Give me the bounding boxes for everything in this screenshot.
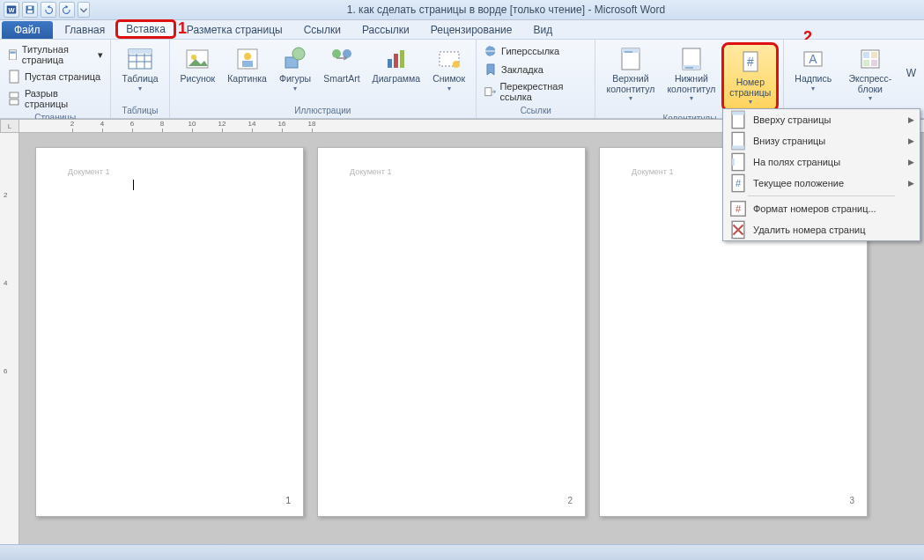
smartart-button[interactable]: SmartArt — [317, 42, 366, 93]
tab-mailings[interactable]: Рассылки — [351, 20, 420, 39]
group-header-footer: Верхний колонтитул ▾ Нижний колонтитул ▾… — [595, 40, 784, 118]
label: Таблица — [122, 74, 158, 85]
page-top-icon — [728, 113, 748, 127]
arrow-right-icon: ▶ — [908, 115, 914, 124]
svg-point-19 — [332, 49, 341, 58]
screenshot-button[interactable]: Снимок ▾ — [426, 42, 471, 93]
chart-button[interactable]: Диаграмма — [366, 42, 427, 93]
shapes-button[interactable]: Фигуры ▾ — [273, 42, 317, 93]
label: Номер страницы — [729, 77, 771, 98]
ribbon-tabs: Файл Главная Вставка Разметка страницы С… — [0, 20, 924, 40]
shapes-icon — [281, 45, 309, 73]
tab-file[interactable]: Файл — [2, 21, 53, 39]
label: Пустая страница — [25, 71, 100, 82]
group-label: Таблицы — [115, 104, 164, 118]
save-icon[interactable] — [22, 2, 38, 18]
chevron-down-icon: ▾ — [98, 49, 103, 61]
word-app-icon[interactable]: W — [4, 2, 19, 18]
cover-page-button[interactable]: Титульная страница▾ — [4, 42, 106, 67]
page-number-button[interactable]: # Номер страницы ▾ — [721, 42, 779, 112]
menu-page-margins[interactable]: На полях страницы ▶ — [723, 151, 920, 173]
table-button[interactable]: Таблица ▾ — [115, 42, 164, 93]
tab-references[interactable]: Ссылки — [293, 20, 351, 39]
footer-icon — [677, 45, 706, 73]
svg-rect-39 — [863, 60, 869, 66]
hyperlink-icon — [484, 44, 498, 58]
clipart-button[interactable]: Картинка — [221, 42, 273, 93]
qat-customize-icon[interactable] — [78, 2, 90, 18]
ribbon: Титульная страница▾ Пустая страница Разр… — [0, 40, 924, 119]
page-number-icon: # — [736, 48, 765, 77]
header-icon — [617, 45, 645, 73]
quickparts-button[interactable]: Экспресс-блоки ▾ — [838, 42, 903, 103]
status-bar — [0, 544, 924, 560]
page-break-icon — [7, 92, 21, 106]
page[interactable]: Документ 1 1 1 — [35, 147, 304, 517]
undo-icon[interactable] — [41, 2, 56, 18]
label: Титульная страница — [22, 44, 95, 65]
svg-rect-4 — [28, 6, 33, 9]
label: Текущее положение — [753, 178, 901, 188]
bookmark-icon — [484, 63, 498, 77]
svg-rect-38 — [871, 52, 877, 58]
label: Внизу страницы — [753, 136, 901, 146]
menu-bottom-of-page[interactable]: Внизу страницы ▶ — [723, 130, 920, 151]
vertical-ruler[interactable]: 246 — [0, 133, 19, 544]
cross-reference-button[interactable]: Перекрестная ссылка — [481, 79, 590, 104]
tab-home[interactable]: Главная — [55, 20, 116, 39]
ruler-corner[interactable]: L — [0, 119, 19, 133]
menu-top-of-page[interactable]: Вверху страницы ▶ — [723, 109, 920, 130]
svg-rect-11 — [129, 49, 152, 54]
current-pos-icon: # — [728, 176, 748, 190]
picture-icon — [183, 45, 211, 73]
svg-rect-23 — [400, 50, 404, 68]
chevron-down-icon: ▾ — [138, 85, 142, 92]
header-button[interactable]: Верхний колонтитул ▾ — [600, 42, 661, 112]
label: Верхний колонтитул — [606, 74, 654, 94]
quick-access-toolbar: W — [4, 2, 90, 18]
chevron-down-icon: ▾ — [690, 94, 693, 102]
quickparts-icon — [856, 45, 884, 73]
label: Снимок — [432, 74, 465, 85]
page[interactable]: Документ 1 2 — [317, 147, 586, 517]
svg-rect-22 — [394, 54, 398, 68]
svg-point-13 — [191, 55, 196, 60]
chevron-down-icon: ▾ — [811, 85, 815, 92]
arrow-right-icon: ▶ — [908, 136, 914, 145]
textbox-button[interactable]: A Надпись ▾ — [788, 42, 838, 103]
menu-current-position[interactable]: # Текущее положение ▶ — [723, 173, 920, 194]
label: Разрыв страницы — [25, 88, 104, 109]
tab-page-layout[interactable]: Разметка страницы — [176, 20, 293, 39]
remove-icon — [728, 223, 748, 237]
svg-rect-46 — [732, 158, 735, 166]
svg-rect-7 — [10, 70, 18, 83]
tab-view[interactable]: Вид — [522, 20, 563, 39]
footer-button[interactable]: Нижний колонтитул ▾ — [661, 42, 721, 112]
menu-remove-page-numbers[interactable]: Удалить номера страниц — [723, 219, 920, 240]
textbox-icon: A — [799, 45, 827, 73]
clipart-icon — [233, 45, 262, 73]
table-icon — [126, 45, 154, 73]
svg-point-18 — [292, 48, 305, 60]
label: Экспресс-блоки — [844, 74, 897, 94]
label: На полях страницы — [753, 157, 901, 167]
hyperlink-button[interactable]: Гиперссылка — [481, 42, 590, 60]
redo-icon[interactable] — [59, 2, 75, 18]
label: Гиперссылка — [501, 46, 559, 56]
group-label: Ссылки — [481, 104, 590, 118]
tab-insert[interactable]: Вставка — [115, 19, 176, 39]
menu-format-page-numbers[interactable]: # Формат номеров страниц... — [723, 198, 920, 219]
page-number-menu: Вверху страницы ▶ Внизу страницы ▶ На по… — [722, 108, 920, 241]
blank-page-button[interactable]: Пустая страница — [4, 68, 106, 85]
picture-button[interactable]: Рисунок — [174, 42, 222, 93]
page-header-text: Документ 1 — [350, 167, 391, 176]
svg-rect-16 — [242, 61, 253, 67]
tab-review[interactable]: Рецензирование — [420, 20, 523, 39]
page-number: 3 — [849, 496, 854, 505]
svg-rect-3 — [27, 11, 33, 13]
label: Удалить номера страниц — [753, 225, 914, 235]
page-number: 2 — [567, 496, 573, 505]
page-break-button[interactable]: Разрыв страницы — [4, 86, 106, 111]
bookmark-button[interactable]: Закладка — [481, 61, 590, 78]
svg-rect-21 — [388, 59, 392, 68]
